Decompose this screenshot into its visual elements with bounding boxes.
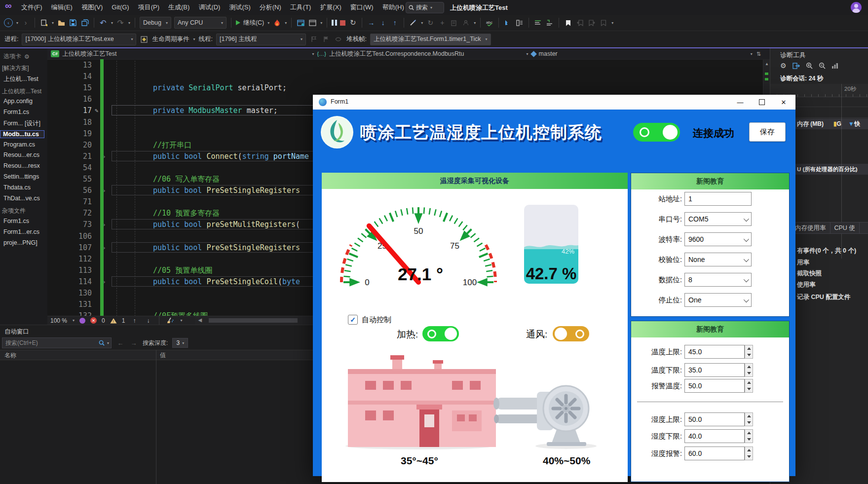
- numeric-input[interactable]: 50.0: [684, 379, 745, 393]
- fold-arrow-icon[interactable]: ›: [103, 151, 106, 162]
- menu-item[interactable]: 生成(B): [164, 0, 194, 15]
- field-dropdown[interactable]: None: [684, 253, 752, 266]
- threads-icon[interactable]: [334, 35, 343, 44]
- diagnostics-tab[interactable]: CPU 使: [830, 223, 860, 233]
- startup-window-icon[interactable]: [308, 18, 317, 27]
- thread-dropdown[interactable]: [1796] 主线程▾: [216, 34, 306, 45]
- next-issue-icon[interactable]: ↓: [144, 316, 152, 325]
- account-avatar[interactable]: [851, 2, 862, 13]
- numeric-input[interactable]: 40.0: [684, 429, 745, 443]
- save-button[interactable]: 保存: [749, 122, 786, 142]
- fold-arrow-icon[interactable]: ›: [103, 276, 106, 288]
- close-button[interactable]: ✕: [774, 95, 793, 110]
- menu-item[interactable]: 文件(F): [17, 0, 47, 15]
- bookmark-next-icon[interactable]: [587, 18, 596, 27]
- fold-arrow-icon[interactable]: ›: [103, 185, 106, 196]
- autos-title[interactable]: 自动窗口: [4, 328, 29, 336]
- gear-icon[interactable]: ⚙: [780, 62, 787, 70]
- scrollbar-thumb[interactable]: [209, 318, 298, 323]
- code-line[interactable]: 15private SerialPort serialPort;: [47, 82, 770, 94]
- column-value[interactable]: 值: [160, 351, 166, 360]
- navigate-forward-icon[interactable]: ›: [21, 18, 30, 27]
- menu-item[interactable]: 帮助(H): [378, 0, 409, 15]
- sidebar-item[interactable]: Form... [设计]: [0, 119, 47, 128]
- save-all-icon[interactable]: [80, 18, 89, 27]
- sidebar-item[interactable]: Form1.cs: [0, 218, 47, 224]
- menu-item[interactable]: 项目(P): [134, 0, 164, 15]
- menu-item[interactable]: Git(G): [107, 0, 133, 15]
- gear-icon[interactable]: ⚙: [24, 53, 30, 60]
- diagnostics-action[interactable]: 有事件(0 个，共 0 个): [797, 247, 856, 255]
- vent-toggle[interactable]: [553, 326, 589, 341]
- diagnostics-tab[interactable]: 内存使用率: [791, 223, 830, 233]
- menu-item[interactable]: 测试(S): [225, 0, 255, 15]
- extract-method-icon[interactable]: [515, 18, 524, 27]
- sidebar-item[interactable]: Resou....resx: [0, 162, 47, 169]
- depth-dropdown[interactable]: 3▾: [172, 338, 188, 348]
- diagnostics-action[interactable]: 截取快照: [797, 269, 822, 278]
- warning-count[interactable]: 1: [122, 317, 125, 324]
- open-folder-icon[interactable]: [57, 18, 66, 27]
- column-name[interactable]: 名称: [4, 351, 16, 360]
- scroll-up-icon[interactable]: ▲: [765, 62, 769, 66]
- diagnostics-action[interactable]: 使用率: [797, 281, 816, 289]
- field-input[interactable]: 1: [684, 192, 752, 206]
- sidebar-item[interactable]: Settin...ttings: [0, 173, 47, 180]
- restart-icon[interactable]: ↻: [348, 18, 357, 27]
- flag-icon[interactable]: [309, 35, 318, 44]
- search-box[interactable]: 搜索 ▾: [406, 2, 444, 13]
- auto-control-checkbox[interactable]: ✓: [348, 315, 358, 325]
- column-divider[interactable]: [156, 350, 156, 484]
- field-dropdown[interactable]: COM5: [684, 212, 752, 226]
- spinner-buttons[interactable]: [745, 429, 753, 443]
- field-dropdown[interactable]: 9600: [684, 232, 752, 246]
- hot-reload-icon[interactable]: [272, 18, 281, 27]
- continue-icon[interactable]: [236, 20, 240, 25]
- sidebar-item[interactable]: App.config: [0, 98, 47, 105]
- fold-arrow-icon[interactable]: ›: [103, 242, 106, 254]
- field-dropdown[interactable]: One: [684, 293, 752, 307]
- chevron-down-icon[interactable]: ▾: [107, 341, 109, 345]
- new-file-icon[interactable]: [39, 18, 48, 27]
- code-window-icon[interactable]: [296, 18, 305, 27]
- maximize-button[interactable]: [752, 95, 772, 110]
- spinner-buttons[interactable]: [745, 412, 753, 426]
- redo-icon[interactable]: ↷: [116, 18, 125, 27]
- zoom-in-icon[interactable]: [806, 62, 813, 69]
- feedback-icon[interactable]: [79, 318, 85, 324]
- comment-icon[interactable]: [533, 18, 542, 27]
- sidebar-item[interactable]: Program.cs: [0, 141, 47, 148]
- heat-toggle[interactable]: [422, 326, 459, 341]
- chart-icon[interactable]: ?: [831, 63, 838, 69]
- menu-item[interactable]: 扩展(X): [315, 0, 345, 15]
- sidebar-item[interactable]: Form1.cs: [0, 109, 47, 115]
- person-icon[interactable]: [461, 18, 470, 27]
- bookmark-prev-icon[interactable]: [575, 18, 584, 27]
- search-next-icon[interactable]: →: [129, 338, 138, 347]
- spinner-buttons[interactable]: [745, 345, 753, 359]
- bookmark-clear-icon[interactable]: [599, 18, 608, 27]
- minimize-button[interactable]: —: [730, 95, 750, 110]
- form-titlebar[interactable]: Form1 — ✕: [313, 95, 795, 110]
- flag-filled-icon[interactable]: [322, 35, 331, 44]
- bookmark-toggle-icon[interactable]: [564, 18, 572, 27]
- pause-icon[interactable]: [332, 20, 337, 26]
- sidebar-item[interactable]: Modb...tu.cs: [0, 130, 44, 138]
- sidebar-item[interactable]: Thdata.cs: [0, 184, 47, 191]
- sidebar-item[interactable]: 上位机...Test: [0, 75, 47, 83]
- prev-issue-icon[interactable]: ↑: [130, 316, 139, 325]
- numeric-input[interactable]: 60.0: [684, 447, 745, 460]
- numeric-input[interactable]: 50.0: [684, 412, 745, 426]
- stackframe-dropdown[interactable]: 上位机喷涂工艺Test.Form1.timer1_Tick▾: [370, 34, 491, 45]
- process-dropdown[interactable]: [17000] 上位机喷涂工艺Test.exe▾: [22, 34, 136, 45]
- spell-check-icon[interactable]: abc: [485, 18, 494, 27]
- zoom-out-icon[interactable]: [819, 62, 826, 69]
- autos-search-input[interactable]: [4, 339, 97, 347]
- code-line[interactable]: 14: [47, 71, 770, 82]
- export-icon[interactable]: [793, 63, 800, 69]
- menu-item[interactable]: 视图(V): [77, 0, 107, 15]
- error-count[interactable]: 0: [102, 317, 105, 324]
- diagnostics-action[interactable]: 用率: [797, 259, 809, 267]
- diagnostics-action[interactable]: 记录 CPU 配置文件: [797, 293, 850, 301]
- rename-icon[interactable]: [503, 18, 512, 27]
